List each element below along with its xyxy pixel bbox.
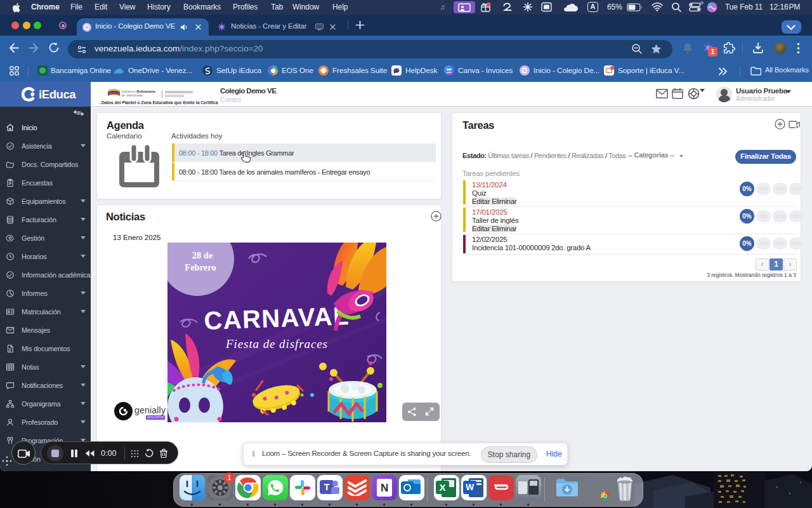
svg-text:Fiesta de disfraces: Fiesta de disfraces <box>225 337 327 351</box>
svg-text:Febrero: Febrero <box>185 262 216 272</box>
svg-text:28 de: 28 de <box>192 250 213 260</box>
svg-text:CARNAVAL: CARNAVAL <box>204 302 349 335</box>
